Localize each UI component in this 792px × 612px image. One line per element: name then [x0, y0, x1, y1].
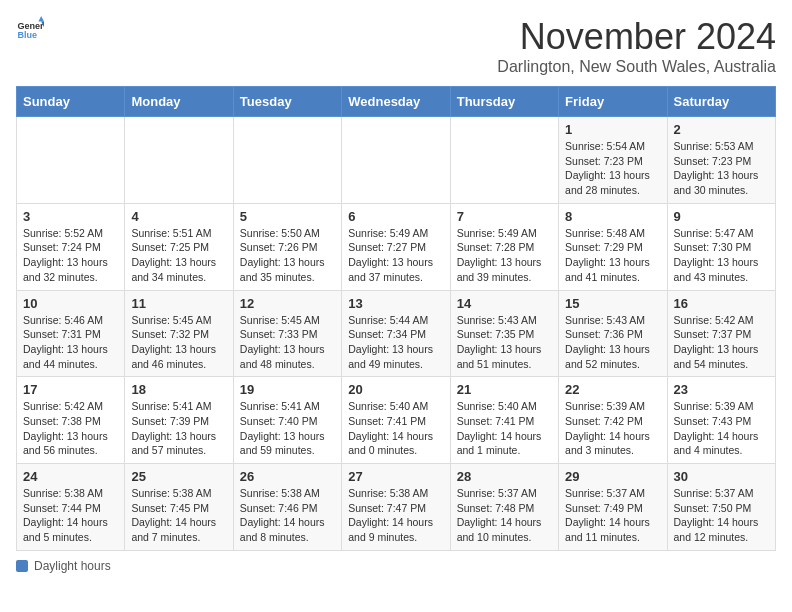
calendar-body: 1Sunrise: 5:54 AM Sunset: 7:23 PM Daylig… [17, 117, 776, 551]
day-info: Sunrise: 5:43 AM Sunset: 7:36 PM Dayligh… [565, 314, 650, 370]
day-number: 9 [674, 209, 769, 224]
calendar-table: SundayMondayTuesdayWednesdayThursdayFrid… [16, 86, 776, 551]
day-number: 17 [23, 382, 118, 397]
header-day-saturday: Saturday [667, 87, 775, 117]
week-row-2: 3Sunrise: 5:52 AM Sunset: 7:24 PM Daylig… [17, 203, 776, 290]
day-info: Sunrise: 5:41 AM Sunset: 7:40 PM Dayligh… [240, 400, 325, 456]
calendar-cell: 11Sunrise: 5:45 AM Sunset: 7:32 PM Dayli… [125, 290, 233, 377]
calendar-cell [17, 117, 125, 204]
day-info: Sunrise: 5:40 AM Sunset: 7:41 PM Dayligh… [348, 400, 433, 456]
day-number: 19 [240, 382, 335, 397]
calendar-cell: 5Sunrise: 5:50 AM Sunset: 7:26 PM Daylig… [233, 203, 341, 290]
page-header: General Blue November 2024 Darlington, N… [16, 16, 776, 76]
calendar-cell: 9Sunrise: 5:47 AM Sunset: 7:30 PM Daylig… [667, 203, 775, 290]
svg-marker-2 [38, 16, 44, 22]
day-info: Sunrise: 5:54 AM Sunset: 7:23 PM Dayligh… [565, 140, 650, 196]
day-info: Sunrise: 5:39 AM Sunset: 7:43 PM Dayligh… [674, 400, 759, 456]
month-title: November 2024 [497, 16, 776, 58]
calendar-cell: 13Sunrise: 5:44 AM Sunset: 7:34 PM Dayli… [342, 290, 450, 377]
day-info: Sunrise: 5:50 AM Sunset: 7:26 PM Dayligh… [240, 227, 325, 283]
calendar-cell [125, 117, 233, 204]
logo-icon: General Blue [16, 16, 44, 44]
header-day-wednesday: Wednesday [342, 87, 450, 117]
day-number: 4 [131, 209, 226, 224]
day-info: Sunrise: 5:47 AM Sunset: 7:30 PM Dayligh… [674, 227, 759, 283]
calendar-cell [233, 117, 341, 204]
day-info: Sunrise: 5:45 AM Sunset: 7:33 PM Dayligh… [240, 314, 325, 370]
day-info: Sunrise: 5:37 AM Sunset: 7:49 PM Dayligh… [565, 487, 650, 543]
header-day-thursday: Thursday [450, 87, 558, 117]
calendar-cell: 3Sunrise: 5:52 AM Sunset: 7:24 PM Daylig… [17, 203, 125, 290]
day-number: 15 [565, 296, 660, 311]
day-info: Sunrise: 5:51 AM Sunset: 7:25 PM Dayligh… [131, 227, 216, 283]
calendar-cell: 15Sunrise: 5:43 AM Sunset: 7:36 PM Dayli… [559, 290, 667, 377]
calendar-cell: 20Sunrise: 5:40 AM Sunset: 7:41 PM Dayli… [342, 377, 450, 464]
day-info: Sunrise: 5:38 AM Sunset: 7:44 PM Dayligh… [23, 487, 108, 543]
week-row-5: 24Sunrise: 5:38 AM Sunset: 7:44 PM Dayli… [17, 464, 776, 551]
calendar-cell [450, 117, 558, 204]
calendar-cell: 1Sunrise: 5:54 AM Sunset: 7:23 PM Daylig… [559, 117, 667, 204]
location-subtitle: Darlington, New South Wales, Australia [497, 58, 776, 76]
day-number: 21 [457, 382, 552, 397]
day-number: 28 [457, 469, 552, 484]
day-info: Sunrise: 5:45 AM Sunset: 7:32 PM Dayligh… [131, 314, 216, 370]
day-info: Sunrise: 5:43 AM Sunset: 7:35 PM Dayligh… [457, 314, 542, 370]
svg-text:General: General [17, 21, 44, 31]
day-info: Sunrise: 5:49 AM Sunset: 7:28 PM Dayligh… [457, 227, 542, 283]
calendar-cell: 26Sunrise: 5:38 AM Sunset: 7:46 PM Dayli… [233, 464, 341, 551]
calendar-cell: 27Sunrise: 5:38 AM Sunset: 7:47 PM Dayli… [342, 464, 450, 551]
week-row-1: 1Sunrise: 5:54 AM Sunset: 7:23 PM Daylig… [17, 117, 776, 204]
day-info: Sunrise: 5:38 AM Sunset: 7:47 PM Dayligh… [348, 487, 433, 543]
day-number: 5 [240, 209, 335, 224]
header-day-monday: Monday [125, 87, 233, 117]
day-number: 18 [131, 382, 226, 397]
calendar-cell: 12Sunrise: 5:45 AM Sunset: 7:33 PM Dayli… [233, 290, 341, 377]
calendar-cell: 18Sunrise: 5:41 AM Sunset: 7:39 PM Dayli… [125, 377, 233, 464]
day-info: Sunrise: 5:52 AM Sunset: 7:24 PM Dayligh… [23, 227, 108, 283]
day-number: 14 [457, 296, 552, 311]
day-number: 6 [348, 209, 443, 224]
day-number: 27 [348, 469, 443, 484]
calendar-cell: 22Sunrise: 5:39 AM Sunset: 7:42 PM Dayli… [559, 377, 667, 464]
day-number: 24 [23, 469, 118, 484]
calendar-cell: 17Sunrise: 5:42 AM Sunset: 7:38 PM Dayli… [17, 377, 125, 464]
day-info: Sunrise: 5:38 AM Sunset: 7:46 PM Dayligh… [240, 487, 325, 543]
title-area: November 2024 Darlington, New South Wale… [497, 16, 776, 76]
day-number: 22 [565, 382, 660, 397]
calendar-cell: 7Sunrise: 5:49 AM Sunset: 7:28 PM Daylig… [450, 203, 558, 290]
footer-label: Daylight hours [34, 559, 111, 573]
day-number: 13 [348, 296, 443, 311]
calendar-cell: 4Sunrise: 5:51 AM Sunset: 7:25 PM Daylig… [125, 203, 233, 290]
svg-text:Blue: Blue [17, 30, 37, 40]
day-info: Sunrise: 5:44 AM Sunset: 7:34 PM Dayligh… [348, 314, 433, 370]
footer-dot-icon [16, 560, 28, 572]
day-number: 1 [565, 122, 660, 137]
day-info: Sunrise: 5:48 AM Sunset: 7:29 PM Dayligh… [565, 227, 650, 283]
day-number: 26 [240, 469, 335, 484]
header-row: SundayMondayTuesdayWednesdayThursdayFrid… [17, 87, 776, 117]
calendar-cell: 19Sunrise: 5:41 AM Sunset: 7:40 PM Dayli… [233, 377, 341, 464]
day-info: Sunrise: 5:37 AM Sunset: 7:48 PM Dayligh… [457, 487, 542, 543]
calendar-cell: 25Sunrise: 5:38 AM Sunset: 7:45 PM Dayli… [125, 464, 233, 551]
day-number: 3 [23, 209, 118, 224]
calendar-cell: 2Sunrise: 5:53 AM Sunset: 7:23 PM Daylig… [667, 117, 775, 204]
day-info: Sunrise: 5:49 AM Sunset: 7:27 PM Dayligh… [348, 227, 433, 283]
day-number: 12 [240, 296, 335, 311]
calendar-cell: 28Sunrise: 5:37 AM Sunset: 7:48 PM Dayli… [450, 464, 558, 551]
week-row-3: 10Sunrise: 5:46 AM Sunset: 7:31 PM Dayli… [17, 290, 776, 377]
calendar-cell: 14Sunrise: 5:43 AM Sunset: 7:35 PM Dayli… [450, 290, 558, 377]
week-row-4: 17Sunrise: 5:42 AM Sunset: 7:38 PM Dayli… [17, 377, 776, 464]
day-info: Sunrise: 5:37 AM Sunset: 7:50 PM Dayligh… [674, 487, 759, 543]
calendar-cell: 6Sunrise: 5:49 AM Sunset: 7:27 PM Daylig… [342, 203, 450, 290]
calendar-cell: 16Sunrise: 5:42 AM Sunset: 7:37 PM Dayli… [667, 290, 775, 377]
day-number: 29 [565, 469, 660, 484]
day-number: 30 [674, 469, 769, 484]
day-info: Sunrise: 5:39 AM Sunset: 7:42 PM Dayligh… [565, 400, 650, 456]
day-number: 23 [674, 382, 769, 397]
calendar-cell: 23Sunrise: 5:39 AM Sunset: 7:43 PM Dayli… [667, 377, 775, 464]
day-number: 16 [674, 296, 769, 311]
calendar-cell: 29Sunrise: 5:37 AM Sunset: 7:49 PM Dayli… [559, 464, 667, 551]
day-info: Sunrise: 5:42 AM Sunset: 7:37 PM Dayligh… [674, 314, 759, 370]
logo: General Blue [16, 16, 44, 44]
footer-note: Daylight hours [16, 559, 776, 573]
